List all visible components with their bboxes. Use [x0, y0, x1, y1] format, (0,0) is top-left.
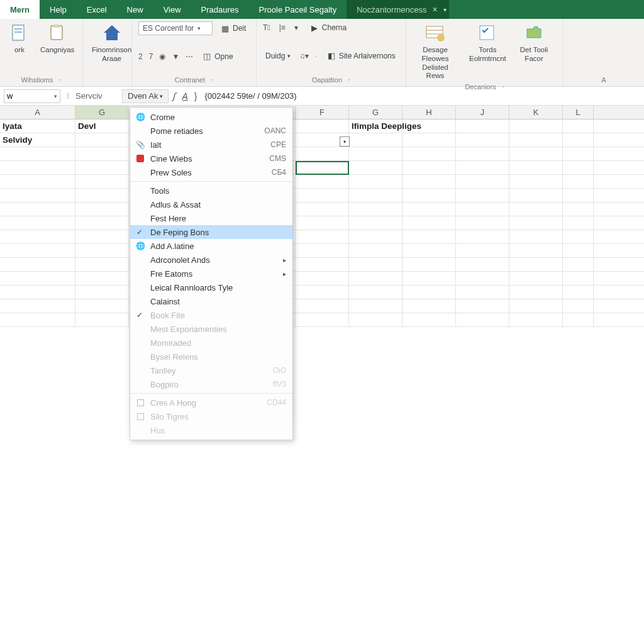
- selection-dropdown-icon[interactable]: ▾: [340, 136, 350, 147]
- dialog-launcher-icon[interactable]: ▫: [59, 77, 61, 83]
- context-menu-item: Cres A HongCD44: [130, 396, 292, 409]
- col-header[interactable]: H: [402, 106, 456, 119]
- cell[interactable]: [456, 119, 509, 133]
- tab-proole[interactable]: Proole Paceil Segalty: [249, 0, 347, 19]
- opne-button[interactable]: ◫Opne: [199, 50, 235, 63]
- cell[interactable]: [563, 119, 594, 133]
- layers-icon: ◧: [326, 51, 336, 61]
- tords-button[interactable]: TordsEolrmtrncnt: [467, 21, 509, 65]
- finomrinson-button[interactable]: Finomrinson Araae: [89, 21, 134, 65]
- cell[interactable]: [509, 133, 563, 147]
- cherna-button[interactable]: ▶Cherna: [307, 21, 349, 34]
- document-tab[interactable]: Nocżantormencess ✕ ▾: [347, 0, 449, 19]
- fade-overlay: [0, 405, 644, 644]
- det-tooli-button[interactable]: Det TooliFacor: [518, 21, 551, 65]
- context-menu-item[interactable]: Fest Here: [130, 211, 292, 225]
- context-menu-label: Silo Tigres: [150, 412, 189, 421]
- context-menu-label: De Feping Bons: [150, 228, 209, 237]
- context-menu-item[interactable]: 🌐Add A.latine: [130, 239, 292, 253]
- col-header[interactable]: J: [456, 106, 509, 119]
- site-button[interactable]: ◧Site Arłaivernons: [324, 50, 398, 62]
- dialog-launcher-icon[interactable]: ▫: [502, 84, 504, 90]
- column-headers: A G C D E F G H J K L: [0, 106, 644, 119]
- grid-icon: ▦: [220, 23, 230, 33]
- formula-input[interactable]: {002442 59te/ / 09M/203): [201, 91, 640, 101]
- context-menu-label: Bysel Relens: [150, 352, 198, 362]
- text-icon[interactable]: T⃒: [263, 23, 270, 32]
- tab-pradaures[interactable]: Pradaures: [191, 0, 249, 19]
- cell[interactable]: [75, 133, 129, 147]
- tab-view[interactable]: View: [153, 0, 191, 19]
- box-icon: ◫: [202, 52, 212, 62]
- col-header[interactable]: L: [563, 106, 594, 119]
- filter-icon[interactable]: ▼: [172, 52, 179, 61]
- close-icon[interactable]: ✕: [432, 6, 438, 14]
- col-header[interactable]: F: [296, 106, 349, 119]
- num-2[interactable]: 2: [138, 52, 143, 61]
- tab-new[interactable]: New: [117, 0, 153, 19]
- cell[interactable]: [296, 119, 349, 133]
- dven-ak-button[interactable]: Dven Ak▾: [122, 89, 169, 103]
- music-icon[interactable]: ♫▾: [299, 52, 309, 60]
- align-icon[interactable]: |≡: [279, 23, 286, 32]
- cell[interactable]: [349, 133, 402, 147]
- name-box[interactable]: w▾: [4, 89, 60, 103]
- deit-button[interactable]: ▦Deit: [218, 22, 248, 35]
- context-menu-label: Cine Wiebs: [150, 154, 192, 164]
- dialog-launcher-icon[interactable]: ▫: [348, 77, 350, 83]
- dialog-launcher-icon[interactable]: ▫: [211, 77, 213, 83]
- context-menu-item: ✓Book Fite: [130, 308, 292, 322]
- chevron-down-icon[interactable]: ▾: [443, 6, 447, 13]
- col-header[interactable]: G: [349, 106, 402, 119]
- ribbon: ork Cangniyas Wihstioms▫ Finomrinson Ara…: [0, 19, 644, 87]
- corcentl-combo[interactable]: ES Corcentl for▾: [138, 21, 213, 35]
- tab-help[interactable]: Help: [40, 0, 77, 19]
- context-menu-label: Bogpiro: [150, 380, 179, 389]
- cell[interactable]: Iyata: [0, 119, 75, 133]
- context-menu-item[interactable]: Tools: [130, 184, 292, 197]
- cell[interactable]: Ifimpla Deepliges: [349, 119, 402, 133]
- context-menu-item: Silo Tigres: [130, 409, 292, 423]
- context-menu-label: Add A.latine: [150, 242, 194, 251]
- cell[interactable]: [456, 133, 509, 147]
- ork-button[interactable]: ork: [6, 21, 33, 56]
- context-menu-item[interactable]: Leical Rannloards Tyle: [130, 280, 292, 294]
- cell[interactable]: [509, 119, 563, 133]
- cell[interactable]: [402, 133, 456, 147]
- cell[interactable]: [402, 119, 456, 133]
- checklist-icon: [477, 23, 498, 44]
- context-menu-item[interactable]: 📎IaltCPE: [130, 138, 292, 152]
- font-icon[interactable]: A: [182, 91, 187, 101]
- col-header[interactable]: G: [75, 106, 129, 119]
- brace-left-icon[interactable]: ʃ: [172, 91, 175, 101]
- context-menu-item[interactable]: Adrconolet Ands▸: [130, 253, 292, 267]
- clip-icon: 📎: [135, 140, 145, 150]
- bullseye-icon[interactable]: ◉: [159, 52, 165, 61]
- cangniyas-button[interactable]: Cangniyas: [38, 21, 77, 56]
- col-header[interactable]: K: [509, 106, 563, 119]
- context-menu-label: Leical Rannloards Tyle: [150, 283, 233, 292]
- tab-excel[interactable]: Excel: [77, 0, 117, 19]
- context-menu-item[interactable]: ✓De Feping Bons: [130, 225, 292, 239]
- shortcut-label: CD44: [267, 398, 286, 407]
- context-menu-item[interactable]: Calainst: [130, 294, 292, 308]
- cell[interactable]: [563, 133, 594, 147]
- duidg-button[interactable]: Duidg▾: [263, 50, 293, 62]
- context-menu-item[interactable]: 🌐Crome: [130, 110, 292, 124]
- col-header[interactable]: A: [0, 106, 75, 119]
- context-menu-item[interactable]: Prew SolesCБ4: [130, 165, 292, 179]
- desage-button[interactable]: Desage FleowesDelisted Rews: [413, 21, 458, 82]
- context-menu-item[interactable]: Adlus & Assat: [130, 197, 292, 211]
- cell[interactable]: Devl: [75, 119, 129, 133]
- context-menu-item[interactable]: Pome retiadesOANC: [130, 124, 292, 138]
- brace-right-icon[interactable]: }: [194, 91, 197, 101]
- shortcut-label: CMS: [269, 154, 286, 163]
- more-icon[interactable]: ⋯: [186, 52, 193, 61]
- context-menu-label: Ialt: [150, 140, 161, 150]
- cell[interactable]: Selvidy: [0, 133, 75, 147]
- dropdown-icon[interactable]: ▾: [294, 23, 298, 32]
- num-7[interactable]: 7: [149, 52, 153, 61]
- context-menu-item[interactable]: Cine WiebsCMS: [130, 152, 292, 165]
- tab-mern[interactable]: Mern: [0, 0, 40, 19]
- context-menu-item[interactable]: Fre Eatoms▸: [130, 267, 292, 280]
